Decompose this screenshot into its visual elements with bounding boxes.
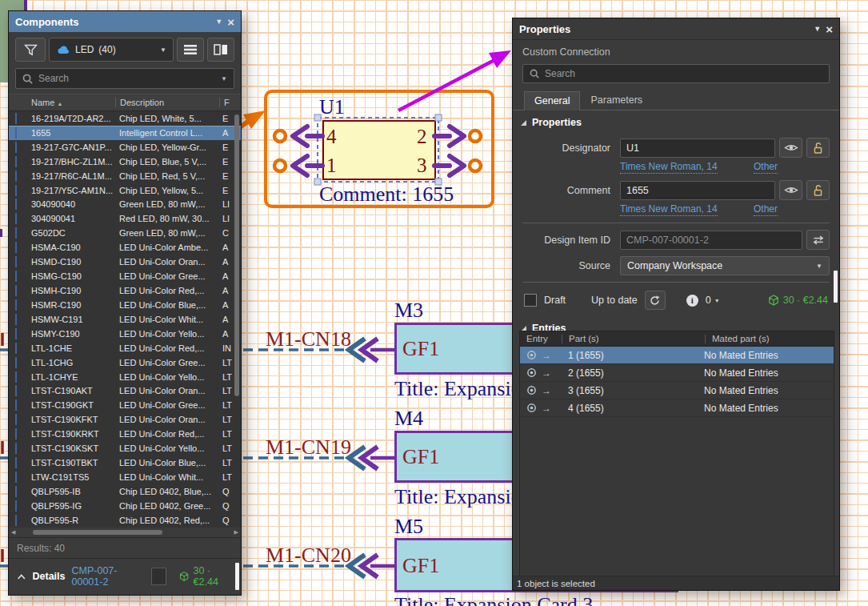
sheet-ref-m3[interactable]: M3	[394, 300, 423, 321]
entry-row[interactable]: → 3 (1655) No Mated Entries	[520, 382, 834, 399]
component-row[interactable]: 304090041 Red LED, 80 mW, 30... LI	[9, 211, 241, 226]
pin-number-3[interactable]: 3	[417, 155, 427, 175]
components-titlebar[interactable]: Components ▼ ×	[9, 11, 241, 32]
designator-other-link[interactable]: Other	[754, 161, 778, 174]
entry-row[interactable]: → 4 (1655) No Mated Entries	[520, 399, 834, 417]
info-count[interactable]: 0	[706, 295, 711, 306]
column-mated[interactable]: Mated part (s)	[706, 334, 834, 343]
column-entry[interactable]: Entry	[520, 334, 562, 343]
component-row[interactable]: 304090040 Green LED, 80 mW,... LI	[9, 198, 241, 212]
horizontal-scrollbar[interactable]: ◀ ▶	[9, 528, 241, 538]
components-search-input[interactable]: Search ▼	[15, 68, 234, 89]
component-row[interactable]: LTST-C190TBKT LED Uni-Color Blue,... LT	[9, 456, 241, 470]
component-row[interactable]: LTST-C190GKT LED Uni-Color Gree... LT	[9, 398, 241, 412]
component-row[interactable]: LTL-1CHE LED Uni-Color Red,... IN	[9, 341, 241, 355]
filter-button[interactable]	[15, 38, 46, 62]
tab-general[interactable]: General	[524, 91, 580, 110]
refresh-button[interactable]	[645, 291, 666, 310]
component-row[interactable]: QBLP595-IG Chip LED 0402, Gree... Q	[9, 499, 241, 513]
horizontal-scrollbar-thumb[interactable]	[33, 530, 162, 535]
goto-arrow-icon[interactable]: →	[542, 385, 551, 396]
scroll-left-icon[interactable]: ◀	[11, 529, 15, 536]
comment-visibility-button[interactable]	[779, 180, 802, 200]
comment-lock-button[interactable]	[806, 180, 830, 200]
vertical-scrollbar-thumb[interactable]	[234, 114, 239, 396]
net-label-cn19[interactable]: M1-CN19	[266, 437, 351, 458]
sheet-ref-m4[interactable]: M4	[394, 408, 423, 429]
component-row[interactable]: LTL-1CHYE LED Uni-Color Yello... LT	[9, 370, 241, 384]
component-row[interactable]: HSMG-C190 LED Uni-Color Gree... A	[9, 269, 241, 283]
net-label-cn20[interactable]: M1-CN20	[266, 545, 351, 566]
list-header[interactable]: Name ▲ Description F	[9, 94, 241, 111]
sheet-title-m5[interactable]: Title: Expansion Card 3	[394, 595, 593, 606]
comment-other-link[interactable]: Other	[754, 203, 778, 216]
comment-input[interactable]: 1655	[620, 181, 775, 200]
sheet-title-m3[interactable]: Title: Expansio	[394, 379, 522, 399]
designator-visibility-button[interactable]	[779, 138, 802, 158]
visibility-eye-icon[interactable]	[526, 403, 537, 413]
source-dropdown[interactable]: Company Workspace ▼	[620, 256, 830, 275]
designator-font-link[interactable]: Times New Roman, 14	[620, 161, 718, 174]
designator-text[interactable]: U1	[319, 97, 345, 118]
component-row[interactable]: HSMA-C190 LED Uni-Color Ambe... A	[9, 240, 241, 255]
panel-menu-icon[interactable]: ▼	[215, 18, 222, 26]
component-row[interactable]: HSMD-C190 LED Uni-Color Oran... A	[9, 255, 241, 269]
component-row[interactable]: 19-217/Y5C-AM1N... Chip LED, Yellow, 5..…	[9, 183, 241, 198]
visibility-eye-icon[interactable]	[526, 367, 537, 378]
component-row[interactable]: HSMY-C190 LED Uni-Color Yello... A	[9, 327, 241, 341]
goto-arrow-icon[interactable]: →	[542, 350, 551, 361]
category-dropdown[interactable]: LED (40) ▼	[49, 38, 174, 62]
component-row[interactable]: 16-219A/T2D-AR2... Chip LED, White, 5...…	[9, 111, 241, 126]
pin-number-1[interactable]: 1	[326, 155, 337, 175]
list-view-button[interactable]	[177, 38, 204, 62]
component-row[interactable]: HSMW-C191 LED Uni-Color Whit... A	[9, 312, 241, 327]
swap-item-button[interactable]	[806, 230, 830, 250]
column-name[interactable]: Name ▲	[30, 98, 115, 107]
section-properties[interactable]: Properties	[513, 110, 839, 133]
properties-search-input[interactable]: Search	[522, 64, 830, 83]
net-label-cn18[interactable]: M1-CN18	[266, 329, 351, 350]
draft-checkbox[interactable]	[524, 294, 537, 307]
scroll-right-icon[interactable]: ▶	[234, 529, 238, 536]
designator-input[interactable]: U1	[620, 138, 775, 158]
component-row[interactable]: HSMH-C190 LED Uni-Color Red,... A	[9, 283, 241, 298]
entries-table[interactable]: Entry Part (s) Mated part (s) → 1 (1655)…	[519, 331, 834, 577]
goto-arrow-icon[interactable]: →	[542, 403, 551, 414]
entries-table-header[interactable]: Entry Part (s) Mated part (s)	[520, 331, 834, 347]
component-row[interactable]: 19-217/BHC-ZL1M... Chip LED, Blue, 5 V,.…	[9, 155, 241, 169]
chevron-up-icon[interactable]	[17, 573, 26, 580]
column-part[interactable]: Part (s)	[562, 334, 705, 343]
component-row[interactable]: LTST-C190KFKT LED Uni-Color Oran... LT	[9, 412, 241, 427]
chevron-down-icon[interactable]: ▼	[221, 75, 227, 82]
sheet-title-m4[interactable]: Title: Expansio	[394, 487, 522, 508]
column-description[interactable]: Description	[116, 98, 219, 107]
close-icon[interactable]: ×	[826, 23, 833, 35]
component-row[interactable]: QBLP595-IB Chip LED 0402, Blue,... Q	[9, 484, 241, 499]
split-view-button[interactable]	[207, 38, 234, 62]
component-row[interactable]: QBLP595-R Chip LED 0402, Red,... Q	[9, 513, 241, 528]
entry-row[interactable]: → 2 (1655) No Mated Entries	[520, 364, 834, 382]
panel-scrollbar-thumb[interactable]	[235, 563, 239, 590]
info-icon[interactable]: i	[686, 295, 698, 307]
visibility-eye-icon[interactable]	[526, 385, 537, 395]
component-list[interactable]: 16-219A/T2D-AR2... Chip LED, White, 5...…	[9, 111, 241, 528]
column-f[interactable]: F	[220, 98, 241, 107]
pin-number-4[interactable]: 4	[326, 126, 337, 146]
details-label[interactable]: Details	[33, 571, 66, 582]
entry-row[interactable]: → 1 (1655) No Mated Entries	[520, 347, 834, 364]
panel-menu-icon[interactable]: ▼	[814, 25, 821, 33]
pin-number-2[interactable]: 2	[417, 126, 427, 146]
component-row[interactable]: 1655 Intelligent Control L... A	[9, 126, 241, 140]
goto-arrow-icon[interactable]: →	[542, 367, 551, 379]
component-row[interactable]: HSMR-C190 LED Uni-Color Blue,... A	[9, 298, 241, 312]
component-row[interactable]: G502DC Green LED, 80 mW,... C	[9, 226, 241, 240]
tab-parameters[interactable]: Parameters	[580, 90, 653, 110]
component-row[interactable]: LTST-C190AKT LED Uni-Color Oran... LT	[9, 384, 241, 399]
details-bar[interactable]: Details CMP-007-00001-2 30 · €2.44	[9, 559, 241, 594]
component-row[interactable]: LTST-C190KSKT LED Uni-Color Yello... LT	[9, 441, 241, 456]
details-item-id[interactable]: CMP-007-00001-2	[72, 565, 145, 588]
designator-lock-button[interactable]	[806, 138, 830, 158]
sheet-ref-m5[interactable]: M5	[394, 516, 423, 537]
visibility-eye-icon[interactable]	[526, 350, 537, 360]
comment-font-link[interactable]: Times New Roman, 14	[620, 203, 718, 216]
